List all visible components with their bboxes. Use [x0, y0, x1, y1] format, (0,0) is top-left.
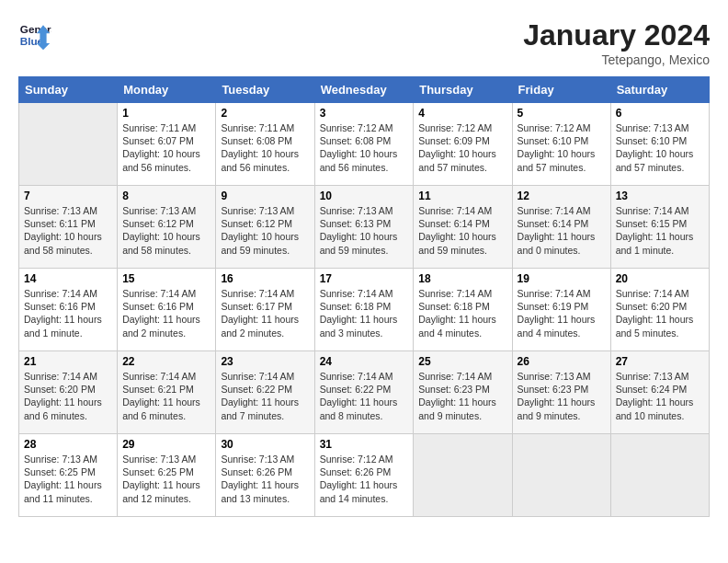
day-cell: 15Sunrise: 7:14 AMSunset: 6:16 PMDayligh…	[118, 269, 216, 351]
day-info: Sunrise: 7:13 AMSunset: 6:11 PMDaylight:…	[24, 205, 102, 256]
week-row-1: 1Sunrise: 7:11 AMSunset: 6:07 PMDaylight…	[19, 103, 710, 186]
day-number: 1	[122, 107, 210, 120]
day-cell: 19Sunrise: 7:14 AMSunset: 6:19 PMDayligh…	[512, 269, 610, 351]
col-header-tuesday: Tuesday	[216, 77, 314, 103]
day-number: 2	[221, 107, 309, 120]
day-cell: 11Sunrise: 7:14 AMSunset: 6:14 PMDayligh…	[414, 186, 512, 269]
day-info: Sunrise: 7:11 AMSunset: 6:07 PMDaylight:…	[122, 122, 200, 173]
day-cell: 24Sunrise: 7:14 AMSunset: 6:22 PMDayligh…	[314, 351, 414, 434]
day-info: Sunrise: 7:14 AMSunset: 6:16 PMDaylight:…	[24, 288, 102, 339]
day-number: 20	[616, 272, 704, 285]
col-header-friday: Friday	[512, 77, 610, 103]
day-cell: 20Sunrise: 7:14 AMSunset: 6:20 PMDayligh…	[610, 269, 709, 351]
day-cell: 23Sunrise: 7:14 AMSunset: 6:22 PMDayligh…	[216, 351, 314, 434]
day-number: 3	[320, 107, 409, 120]
day-cell: 6Sunrise: 7:13 AMSunset: 6:10 PMDaylight…	[610, 103, 709, 186]
day-info: Sunrise: 7:14 AMSunset: 6:14 PMDaylight:…	[518, 205, 596, 256]
day-cell: 22Sunrise: 7:14 AMSunset: 6:21 PMDayligh…	[118, 351, 216, 434]
day-number: 6	[616, 107, 704, 120]
calendar-table: SundayMondayTuesdayWednesdayThursdayFrid…	[18, 76, 710, 517]
day-info: Sunrise: 7:14 AMSunset: 6:15 PMDaylight:…	[616, 205, 694, 256]
day-cell: 26Sunrise: 7:13 AMSunset: 6:23 PMDayligh…	[512, 351, 610, 434]
day-cell: 5Sunrise: 7:12 AMSunset: 6:10 PMDaylight…	[512, 103, 610, 186]
day-number: 24	[320, 355, 409, 368]
week-row-3: 14Sunrise: 7:14 AMSunset: 6:16 PMDayligh…	[19, 269, 710, 351]
calendar-header-row: SundayMondayTuesdayWednesdayThursdayFrid…	[19, 77, 710, 103]
calendar-title: January 2024	[523, 18, 710, 52]
day-cell: 9Sunrise: 7:13 AMSunset: 6:12 PMDaylight…	[216, 186, 314, 269]
day-info: Sunrise: 7:13 AMSunset: 6:13 PMDaylight:…	[320, 205, 398, 256]
day-info: Sunrise: 7:14 AMSunset: 6:17 PMDaylight:…	[221, 288, 299, 339]
day-info: Sunrise: 7:14 AMSunset: 6:22 PMDaylight:…	[221, 371, 299, 421]
day-info: Sunrise: 7:14 AMSunset: 6:22 PMDaylight:…	[320, 371, 398, 421]
day-number: 12	[518, 190, 606, 202]
day-number: 15	[122, 272, 210, 285]
day-cell: 28Sunrise: 7:13 AMSunset: 6:25 PMDayligh…	[19, 434, 118, 517]
day-number: 27	[616, 355, 704, 368]
week-row-4: 21Sunrise: 7:14 AMSunset: 6:20 PMDayligh…	[19, 351, 710, 434]
day-number: 26	[518, 355, 606, 368]
day-number: 4	[418, 107, 506, 120]
day-info: Sunrise: 7:13 AMSunset: 6:24 PMDaylight:…	[616, 371, 694, 421]
day-info: Sunrise: 7:13 AMSunset: 6:25 PMDaylight:…	[24, 454, 102, 504]
day-cell: 16Sunrise: 7:14 AMSunset: 6:17 PMDayligh…	[216, 269, 314, 351]
day-info: Sunrise: 7:14 AMSunset: 6:20 PMDaylight:…	[616, 288, 694, 339]
day-cell: 21Sunrise: 7:14 AMSunset: 6:20 PMDayligh…	[19, 351, 118, 434]
day-number: 18	[418, 272, 506, 285]
svg-text:General: General	[20, 23, 51, 35]
day-cell: 12Sunrise: 7:14 AMSunset: 6:14 PMDayligh…	[512, 186, 610, 269]
day-info: Sunrise: 7:12 AMSunset: 6:08 PMDaylight:…	[320, 122, 398, 173]
day-number: 31	[320, 438, 409, 451]
day-cell	[610, 434, 709, 517]
day-number: 9	[221, 190, 309, 202]
day-number: 5	[518, 107, 606, 120]
day-cell: 1Sunrise: 7:11 AMSunset: 6:07 PMDaylight…	[118, 103, 216, 186]
day-info: Sunrise: 7:14 AMSunset: 6:14 PMDaylight:…	[418, 205, 496, 256]
day-number: 21	[24, 355, 112, 368]
day-info: Sunrise: 7:14 AMSunset: 6:20 PMDaylight:…	[24, 371, 102, 421]
day-info: Sunrise: 7:12 AMSunset: 6:09 PMDaylight:…	[418, 122, 496, 173]
day-cell: 14Sunrise: 7:14 AMSunset: 6:16 PMDayligh…	[19, 269, 118, 351]
day-cell: 2Sunrise: 7:11 AMSunset: 6:08 PMDaylight…	[216, 103, 314, 186]
day-info: Sunrise: 7:14 AMSunset: 6:16 PMDaylight:…	[122, 288, 200, 339]
day-number: 23	[221, 355, 309, 368]
day-cell: 4Sunrise: 7:12 AMSunset: 6:09 PMDaylight…	[414, 103, 512, 186]
calendar-subtitle: Tetepango, Mexico	[523, 52, 710, 67]
col-header-sunday: Sunday	[19, 77, 118, 103]
logo: General Blue	[18, 18, 51, 52]
day-cell: 7Sunrise: 7:13 AMSunset: 6:11 PMDaylight…	[19, 186, 118, 269]
col-header-monday: Monday	[118, 77, 216, 103]
day-number: 8	[122, 190, 210, 202]
day-number: 25	[418, 355, 506, 368]
day-info: Sunrise: 7:13 AMSunset: 6:23 PMDaylight:…	[518, 371, 596, 421]
day-cell: 30Sunrise: 7:13 AMSunset: 6:26 PMDayligh…	[216, 434, 314, 517]
page-header: General Blue January 2024 Tetepango, Mex…	[18, 18, 710, 67]
day-info: Sunrise: 7:14 AMSunset: 6:18 PMDaylight:…	[418, 288, 496, 339]
col-header-thursday: Thursday	[414, 77, 512, 103]
day-cell: 31Sunrise: 7:12 AMSunset: 6:26 PMDayligh…	[314, 434, 414, 517]
day-cell: 25Sunrise: 7:14 AMSunset: 6:23 PMDayligh…	[414, 351, 512, 434]
day-cell: 8Sunrise: 7:13 AMSunset: 6:12 PMDaylight…	[118, 186, 216, 269]
day-info: Sunrise: 7:13 AMSunset: 6:10 PMDaylight:…	[616, 122, 694, 173]
day-cell	[414, 434, 512, 517]
day-info: Sunrise: 7:14 AMSunset: 6:21 PMDaylight:…	[122, 371, 200, 421]
col-header-saturday: Saturday	[610, 77, 709, 103]
day-number: 14	[24, 272, 112, 285]
day-number: 17	[320, 272, 409, 285]
day-info: Sunrise: 7:13 AMSunset: 6:26 PMDaylight:…	[221, 454, 299, 504]
day-number: 11	[418, 190, 506, 202]
day-number: 19	[518, 272, 606, 285]
day-number: 13	[616, 190, 704, 202]
day-cell: 27Sunrise: 7:13 AMSunset: 6:24 PMDayligh…	[610, 351, 709, 434]
day-info: Sunrise: 7:12 AMSunset: 6:10 PMDaylight:…	[518, 122, 596, 173]
day-number: 28	[24, 438, 112, 451]
day-info: Sunrise: 7:12 AMSunset: 6:26 PMDaylight:…	[320, 454, 398, 504]
day-info: Sunrise: 7:14 AMSunset: 6:23 PMDaylight:…	[418, 371, 496, 421]
title-block: January 2024 Tetepango, Mexico	[523, 18, 710, 67]
col-header-wednesday: Wednesday	[314, 77, 414, 103]
day-number: 29	[122, 438, 210, 451]
day-number: 10	[320, 190, 409, 202]
day-info: Sunrise: 7:14 AMSunset: 6:18 PMDaylight:…	[320, 288, 398, 339]
day-cell: 13Sunrise: 7:14 AMSunset: 6:15 PMDayligh…	[610, 186, 709, 269]
day-number: 7	[24, 190, 112, 202]
